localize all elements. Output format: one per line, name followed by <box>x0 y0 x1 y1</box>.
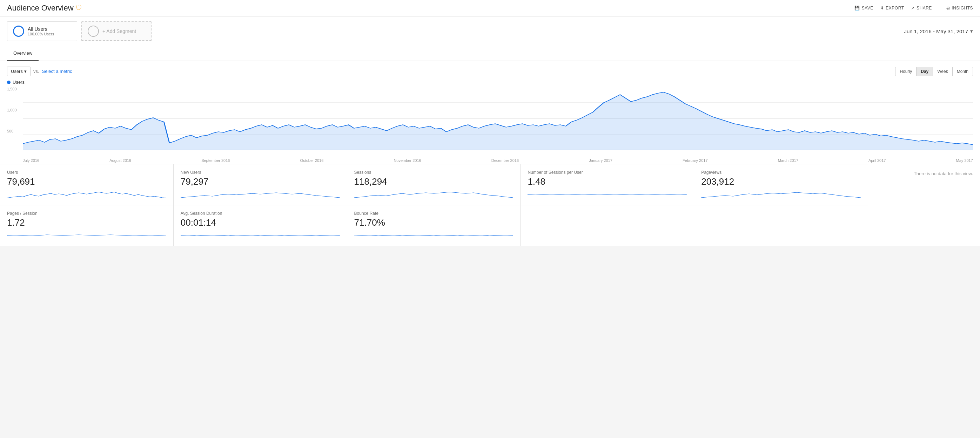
verified-icon: 🛡 <box>76 5 82 12</box>
metric-bounce-rate: Bounce Rate 71.70% <box>347 205 521 246</box>
chart-controls: Users ▾ vs. Select a metric Hourly Day W… <box>7 67 973 76</box>
sparkline-bounce-rate <box>354 230 514 241</box>
x-label-aug: August 2016 <box>110 159 131 163</box>
x-label-oct: October 2016 <box>300 159 324 163</box>
chart-section: Users ▾ vs. Select a metric Hourly Day W… <box>0 61 980 164</box>
date-range-text: Jun 1, 2016 - May 31, 2017 <box>904 29 968 34</box>
chart-svg-container <box>23 87 973 150</box>
date-range[interactable]: Jun 1, 2016 - May 31, 2017 ▾ <box>904 28 973 34</box>
segment-sub: 100.00% Users <box>28 32 54 36</box>
chart-legend: Users <box>7 79 973 85</box>
metric-new-users-value: 79,297 <box>181 176 340 187</box>
metric-avg-session-value: 00:01:14 <box>181 217 340 228</box>
insights-icon: ◎ <box>946 6 950 11</box>
metric-pageviews-value: 203,912 <box>701 176 861 187</box>
time-btn-day[interactable]: Day <box>916 67 933 76</box>
share-button[interactable]: ↗ SHARE <box>911 6 932 11</box>
metrics-row2: Pages / Session 1.72 Avg. Session Durati… <box>0 205 868 246</box>
metric-empty-2 <box>694 205 868 246</box>
top-bar-left: Audience Overview 🛡 <box>7 3 82 13</box>
segment-info: All Users 100.00% Users <box>28 26 54 36</box>
sparkline-new-users <box>181 189 340 200</box>
metric-users-label: Users <box>7 170 166 175</box>
metric-selector: Users ▾ vs. Select a metric <box>7 67 72 76</box>
add-segment-circle <box>88 25 99 37</box>
save-icon: 💾 <box>854 6 860 11</box>
metric-sessions-per-user-label: Number of Sessions per User <box>528 170 687 175</box>
metric-bounce-rate-label: Bounce Rate <box>354 211 514 216</box>
share-icon: ↗ <box>911 6 915 11</box>
active-segment[interactable]: All Users 100.00% Users <box>7 21 77 41</box>
x-label-mar: March 2017 <box>778 159 798 163</box>
insights-button[interactable]: ◎ INSIGHTS <box>946 6 973 11</box>
separator <box>939 5 939 11</box>
legend-label: Users <box>13 79 25 85</box>
time-btn-month[interactable]: Month <box>952 67 973 76</box>
no-data-text: There is no data for this view. <box>914 164 980 176</box>
export-icon: ⬇ <box>880 6 884 11</box>
metric-sessions-per-user: Number of Sessions per User 1.48 <box>520 164 694 205</box>
sparkline-pages-session <box>7 230 166 241</box>
sparkline-sessions-per-user <box>528 189 687 200</box>
metric-users: Users 79,691 <box>0 164 173 205</box>
metric-pageviews-label: Pageviews <box>701 170 861 175</box>
metric-pages-session-value: 1.72 <box>7 217 166 228</box>
x-label-jul: July 2016 <box>23 159 39 163</box>
export-button[interactable]: ⬇ EXPORT <box>880 6 904 11</box>
metric-new-users-label: New Users <box>181 170 340 175</box>
segments-row: All Users 100.00% Users + Add Segment Ju… <box>0 16 980 46</box>
metrics-row1: Users 79,691 New Users 79,297 Sessions 1… <box>0 164 868 205</box>
metric-dropdown[interactable]: Users ▾ <box>7 67 30 76</box>
y-label-500: 500 <box>7 129 17 133</box>
tabs-bar: Overview <box>0 46 980 61</box>
top-bar: Audience Overview 🛡 💾 SAVE ⬇ EXPORT ↗ SH… <box>0 0 980 16</box>
segment-name: All Users <box>28 26 54 32</box>
x-label-dec: December 2016 <box>492 159 519 163</box>
add-segment-button[interactable]: + Add Segment <box>81 21 151 41</box>
page-title: Audience Overview <box>7 3 74 13</box>
metric-pageviews: Pageviews 203,912 <box>694 164 868 205</box>
metric-sessions-per-user-value: 1.48 <box>528 176 687 187</box>
chart-svg <box>23 87 973 150</box>
x-labels: July 2016 August 2016 September 2016 Oct… <box>7 157 973 164</box>
metric-sessions-value: 118,294 <box>354 176 514 187</box>
bottom-metrics: Users 79,691 New Users 79,297 Sessions 1… <box>0 164 868 246</box>
time-buttons: Hourly Day Week Month <box>896 67 973 76</box>
chart-area: 1,500 1,000 500 <box>7 87 973 157</box>
metric-avg-session-label: Avg. Session Duration <box>181 211 340 216</box>
sparkline-pageviews <box>701 189 861 200</box>
date-range-arrow: ▾ <box>970 28 973 34</box>
time-btn-hourly[interactable]: Hourly <box>895 67 916 76</box>
metric-pages-session: Pages / Session 1.72 <box>0 205 173 246</box>
x-label-nov: November 2016 <box>393 159 421 163</box>
metric-bounce-rate-value: 71.70% <box>354 217 514 228</box>
add-segment-label: + Add Segment <box>102 29 136 34</box>
tab-overview[interactable]: Overview <box>7 46 38 60</box>
bottom-section: Users 79,691 New Users 79,297 Sessions 1… <box>0 164 980 246</box>
metric-new-users: New Users 79,297 <box>173 164 347 205</box>
dropdown-arrow-icon: ▾ <box>24 69 27 74</box>
no-data-section: There is no data for this view. <box>868 164 980 246</box>
select-metric-button[interactable]: Select a metric <box>42 69 72 74</box>
sparkline-avg-session <box>181 230 340 241</box>
vs-label: vs. <box>33 69 39 74</box>
metric-sessions: Sessions 118,294 <box>347 164 521 205</box>
metric-users-value: 79,691 <box>7 176 166 187</box>
sparkline-users <box>7 189 166 200</box>
x-label-may: May 2017 <box>956 159 973 163</box>
metric-avg-session: Avg. Session Duration 00:01:14 <box>173 205 347 246</box>
y-label-1000: 1,000 <box>7 108 17 112</box>
x-label-feb: February 2017 <box>682 159 708 163</box>
save-button[interactable]: 💾 SAVE <box>854 6 873 11</box>
y-label-1500: 1,500 <box>7 87 17 91</box>
sparkline-sessions <box>354 189 514 200</box>
x-label-apr: April 2017 <box>869 159 886 163</box>
x-label-jan: January 2017 <box>589 159 612 163</box>
metric-dropdown-label: Users <box>11 69 23 74</box>
segments-left: All Users 100.00% Users + Add Segment <box>7 21 151 41</box>
legend-dot <box>7 81 11 84</box>
metric-pages-session-label: Pages / Session <box>7 211 166 216</box>
x-label-sep: September 2016 <box>201 159 230 163</box>
time-btn-week[interactable]: Week <box>933 67 952 76</box>
segment-circle <box>13 25 24 37</box>
